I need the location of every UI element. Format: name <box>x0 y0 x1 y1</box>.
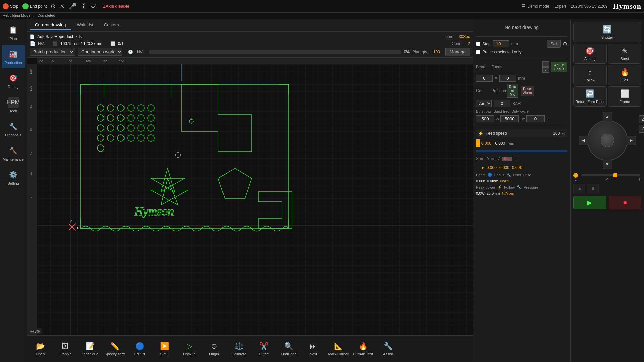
return-zero-button[interactable]: ↩️ Return Zero Point <box>573 86 607 107</box>
origin-button[interactable]: ⊙ Origin <box>202 337 226 361</box>
focus-val-input[interactable] <box>499 75 516 82</box>
reset-alarm-button[interactable]: ResetAlarm <box>521 86 534 96</box>
frame-button[interactable]: ⬜ Frame <box>608 86 642 107</box>
y-unit: mm <box>491 157 497 161</box>
svg-text:X: X <box>77 226 79 230</box>
z-up-button[interactable]: Z↑ <box>639 115 644 123</box>
gas-pressure-section: Gas Pressure ReturnMid ResetAlarm <box>476 84 567 98</box>
endpoint-button[interactable]: End point <box>22 3 47 9</box>
sidebar-item-setting[interactable]: ⚙️ Setting <box>2 166 25 189</box>
sensor-values-1: 0.00k 0.0mm N/A°C <box>476 179 567 183</box>
sidebar-item-maintenance[interactable]: 🔨 Maintenance <box>2 141 25 165</box>
burst-button[interactable]: ✳ Burst <box>608 44 642 64</box>
origin-label: Origin <box>209 352 219 356</box>
arrow-down-button[interactable]: ▼ <box>603 160 612 169</box>
endpoint-icon <box>22 3 29 9</box>
findedge-icon: 🔍 <box>284 342 293 351</box>
next-button[interactable]: ⏭ Next <box>301 337 326 361</box>
slider-m-label: M <box>605 178 608 181</box>
manage-button[interactable]: Manage <box>445 48 470 56</box>
dryrun-button[interactable]: ▷ DryRun <box>177 337 201 361</box>
burn-in-test-button[interactable]: 🔥 Burn-In Test <box>351 337 375 361</box>
sidebar-item-production[interactable]: 🏭 Production <box>2 45 25 68</box>
main-canvas-svg[interactable]: X Y <box>37 64 473 335</box>
sidebar-item-diagnosis[interactable]: 🔧 Diagnosis <box>2 117 25 141</box>
stop-button-large[interactable]: ■ <box>609 196 642 209</box>
step-back-button[interactable]: ⏮ <box>573 184 585 193</box>
z-down-button[interactable]: Z↓ <box>639 125 644 133</box>
edit-pt-button[interactable]: 🔵 Edit Pt <box>128 337 152 361</box>
tab-wait-list[interactable]: Wait List <box>71 20 99 30</box>
technique-button[interactable]: 📝 Technique <box>78 337 102 361</box>
speed-sep: | <box>493 141 494 146</box>
aiming-button[interactable]: 🎯 Aiming <box>573 44 607 64</box>
graphic-icon: 🖼 <box>61 342 69 351</box>
arrow-left-button[interactable]: ◀ <box>579 136 588 145</box>
slider-l-label: L <box>575 178 577 181</box>
sidebar-item-tech[interactable]: HPM Tech <box>2 93 25 117</box>
follow-icon: 🔧 <box>517 185 522 189</box>
gas-button[interactable]: 🔥 Gas <box>608 65 642 85</box>
set-button[interactable]: Set <box>547 40 561 48</box>
calibrate-button[interactable]: ⚖️ Calibrate <box>227 337 251 361</box>
cutoff-button[interactable]: ✂️ Cutoff <box>252 337 276 361</box>
gas-select[interactable]: Air <box>476 100 492 107</box>
icon-btn-1[interactable]: ⊛ <box>51 3 56 10</box>
svg-text:100: 100 <box>86 60 91 63</box>
sidebar-item-plan[interactable]: 📋 Plan <box>2 21 25 44</box>
peak-sensor-val: 0.0W <box>476 191 485 195</box>
return-mid-button[interactable]: ReturnMid <box>507 84 518 98</box>
beam-val-input[interactable] <box>476 75 493 82</box>
feed-bar <box>476 150 567 152</box>
specify-zero-label: Specify zero <box>105 352 125 356</box>
assist-icon: 🔧 <box>384 342 393 351</box>
burst-labels: Burst pwr Burst freq Duty cycle <box>476 109 567 113</box>
arrow-up-button[interactable]: ▲ <box>603 112 612 121</box>
pause-button[interactable]: ⏸ <box>587 184 599 193</box>
arrow-right-button[interactable]: ▶ <box>627 136 636 145</box>
burst-freq-input[interactable] <box>500 115 519 122</box>
step-label: Step <box>482 42 491 46</box>
icon-btn-5[interactable]: 🛡 <box>90 3 96 10</box>
sidebar-item-debug[interactable]: 🎯 Debug <box>2 69 25 93</box>
work-mode-select[interactable]: Continuous work <box>78 48 122 56</box>
step-input[interactable] <box>493 40 509 47</box>
step-checkbox[interactable] <box>476 42 480 46</box>
simu-button[interactable]: ▶️ Simu <box>152 337 177 361</box>
stop-button[interactable]: Stop <box>3 3 18 9</box>
pressure-input[interactable] <box>494 100 510 107</box>
joystick-circle[interactable] <box>587 120 628 161</box>
icon-btn-2[interactable]: ✳ <box>60 3 65 10</box>
slider-thumb[interactable] <box>613 173 617 177</box>
adjust-focus-button[interactable]: AdjustFocus <box>551 62 567 72</box>
duty-cycle-input[interactable] <box>526 115 545 122</box>
divider-3 <box>476 126 567 126</box>
tab-custom[interactable]: Custom <box>99 20 125 30</box>
joystick-area: Z↑ Z↓ ▲ ▼ ◀ <box>571 109 644 172</box>
findedge-button[interactable]: 🔍 FindEdge <box>277 337 301 361</box>
svg-text:100: 100 <box>29 86 32 91</box>
assist-button[interactable]: 🔧 Assist <box>376 337 400 361</box>
cutoff-icon: ✂️ <box>259 342 268 351</box>
icon-btn-4[interactable]: 🎛 <box>80 3 86 10</box>
slider-track[interactable] <box>581 174 640 176</box>
time-value: 30Sec <box>459 34 470 39</box>
tab-current-drawing[interactable]: Current drawing <box>30 20 71 30</box>
batch-mode-select[interactable]: Batch production <box>30 48 75 56</box>
minus-button[interactable]: - <box>542 67 549 73</box>
follow-button[interactable]: ↕️ Follow <box>573 65 607 85</box>
play-pause-row: ⏮ ⏸ <box>571 183 644 195</box>
shutter-button[interactable]: 🔄 Shutter <box>573 22 641 42</box>
start-button[interactable]: ▶ <box>573 196 606 209</box>
open-button[interactable]: 📂 Open <box>28 337 52 361</box>
process-checkbox[interactable] <box>476 50 480 54</box>
svg-text:0: 0 <box>29 197 32 198</box>
icon-btn-3[interactable]: 🎤 <box>69 3 76 10</box>
burst-pwr-input[interactable] <box>476 115 494 122</box>
burst-freq-unit: Hz <box>520 117 525 121</box>
specify-zero-button[interactable]: ✏️ Specify zero <box>103 337 127 361</box>
graphic-button[interactable]: 🖼 Graphic <box>53 337 77 361</box>
feed-speed-row: ⚡ Feed speed 100 % <box>476 129 567 137</box>
plus-button[interactable]: + <box>542 61 549 67</box>
mark-corner-button[interactable]: 📐 Mark Corner <box>326 337 350 361</box>
